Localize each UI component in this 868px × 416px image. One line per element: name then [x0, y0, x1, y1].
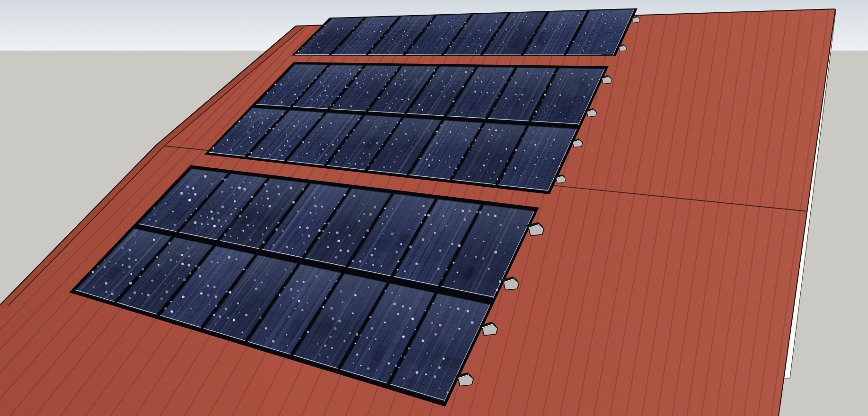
3d-viewport[interactable] — [0, 0, 868, 416]
scene-svg[interactable] — [0, 0, 868, 416]
